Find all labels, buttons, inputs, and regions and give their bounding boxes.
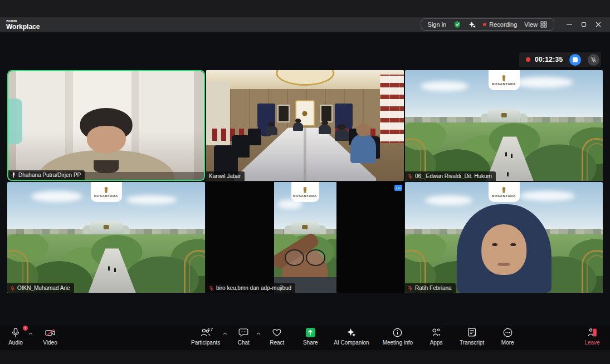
mic-muted-icon [209, 286, 214, 291]
ai-companion-button[interactable]: AI Companion [334, 327, 369, 346]
mic-muted-icon [10, 286, 15, 291]
cloud [31, 191, 82, 202]
seated-person-foreground [350, 134, 376, 163]
pedestrian [108, 266, 110, 270]
chat-options-caret[interactable] [256, 330, 261, 336]
portrait-frame-right [320, 105, 333, 122]
video-tile-biro-keu[interactable]: NUSANTARA biro keu,bmn dan adp-mujibud [206, 182, 404, 293]
titlebar-status-group: Sign in Recording View [421, 18, 554, 31]
brand-zoom: zoom [6, 19, 40, 23]
video-tile-edwan-rivaldi[interactable]: NUSANTARA 06_ Edwan Rivaldi_Dit. Hukum [405, 70, 603, 181]
heart-icon [272, 328, 282, 337]
participant-name-tag: Ratih Febriana [405, 283, 456, 293]
seated-person [266, 126, 277, 136]
seated-person [319, 125, 330, 135]
pedestrian [507, 172, 509, 176]
nusantara-emblem-icon [501, 187, 506, 193]
apps-icon [432, 328, 441, 337]
photo-wall [380, 75, 404, 143]
recording-timer: 00:12:35 [535, 56, 565, 63]
gold-arch-ornament [582, 250, 603, 293]
audio-button[interactable]: ! Audio [6, 327, 26, 346]
meeting-info-button[interactable]: Meeting info [383, 327, 413, 346]
grid-view-icon [540, 21, 547, 28]
video-tile-ratih-febriana[interactable]: NUSANTARA Ratih Febriana [405, 182, 603, 293]
chair [248, 129, 262, 145]
mic-muted-icon [408, 286, 413, 291]
tile-more-options-button[interactable] [394, 185, 402, 191]
video-tile-dhahana-putra[interactable]: Dhahana Putra/Dirjen PP [7, 70, 205, 181]
encryption-shield-icon[interactable] [453, 21, 461, 28]
cloud [126, 195, 177, 204]
nusantara-badge: NUSANTARA [91, 182, 122, 202]
portrait-video-strip: NUSANTARA [274, 182, 336, 293]
share-button[interactable]: Share [300, 327, 320, 346]
close-button[interactable] [591, 18, 606, 31]
minimize-button[interactable] [562, 18, 577, 31]
video-grid: Dhahana Putra/Dirjen PP [7, 70, 603, 293]
portrait-frame-left [277, 105, 290, 122]
leave-button[interactable]: Leave [582, 327, 602, 346]
meeting-toolbar: ! Audio Video Participants 17 [0, 326, 610, 350]
video-button[interactable]: Video [40, 327, 60, 346]
chat-button[interactable]: Chat [233, 327, 253, 346]
participants-options-caret[interactable] [223, 330, 227, 336]
participant-name-tag: Dhahana Putra/Dirjen PP [8, 170, 85, 180]
seated-person [335, 129, 349, 141]
cloud [425, 195, 472, 205]
nusantara-badge: NUSANTARA [291, 182, 319, 202]
cloud [421, 81, 468, 91]
apps-button[interactable]: Apps [426, 327, 446, 346]
sign-in-button[interactable]: Sign in [428, 21, 447, 28]
nusantara-badge: NUSANTARA [489, 182, 520, 202]
seated-person [293, 122, 303, 131]
istana-building [487, 109, 520, 122]
participant-face [86, 126, 125, 154]
nusantara-virtual-background: NUSANTARA [405, 182, 603, 293]
pedestrian [505, 152, 507, 156]
participant-collar [94, 160, 119, 173]
stop-icon [573, 57, 578, 62]
video-tile-kanwil-jabar[interactable]: Kanwil Jabar [206, 70, 404, 181]
participants-button[interactable]: Participants 17 [191, 327, 220, 346]
maximize-button[interactable] [577, 18, 591, 31]
transcript-icon [467, 328, 476, 337]
transcript-button[interactable]: Transcript [460, 327, 484, 346]
pedestrian [114, 268, 116, 272]
ai-companion-icon [347, 328, 356, 337]
more-icon [503, 328, 513, 337]
chat-icon [238, 328, 248, 337]
recording-dot-icon [526, 57, 530, 62]
pin-icon [11, 173, 16, 178]
recording-mic-muted-button[interactable] [588, 54, 599, 66]
nusantara-emblem-icon [501, 75, 506, 81]
cloud [520, 191, 575, 201]
pedestrian [511, 154, 513, 158]
share-screen-icon [306, 328, 315, 337]
recording-dot-icon [483, 23, 486, 26]
title-bar: zoom Workplace Sign in Recording [0, 17, 610, 32]
brand-workplace: Workplace [6, 23, 40, 30]
top-strip [0, 0, 610, 17]
istana-building [89, 221, 123, 234]
gold-arch-ornament [184, 250, 205, 293]
gold-arch-ornament [582, 138, 603, 181]
more-button[interactable]: More [497, 327, 518, 346]
mic-off-icon [591, 57, 597, 63]
recording-control-bar: 00:12:35 [519, 52, 601, 67]
view-button[interactable]: View [524, 21, 547, 28]
participant-name-tag: biro keu,bmn dan adp-mujibud [206, 283, 295, 293]
react-button[interactable]: React [267, 327, 287, 346]
nusantara-badge: NUSANTARA [489, 70, 520, 90]
video-tile-muhamad-arie[interactable]: NUSANTARA OIKN_Muhamad Arie [7, 182, 205, 293]
ai-companion-titlebar-icon[interactable] [469, 21, 476, 28]
recording-indicator: Recording [483, 21, 517, 28]
info-icon [393, 328, 402, 337]
cloud [514, 77, 573, 88]
stop-recording-button[interactable] [569, 54, 581, 66]
glasses [285, 249, 326, 264]
audio-options-caret[interactable] [28, 330, 33, 336]
leave-icon [587, 328, 598, 338]
teal-object [8, 99, 22, 144]
zoom-workplace-logo: zoom Workplace [6, 19, 40, 30]
